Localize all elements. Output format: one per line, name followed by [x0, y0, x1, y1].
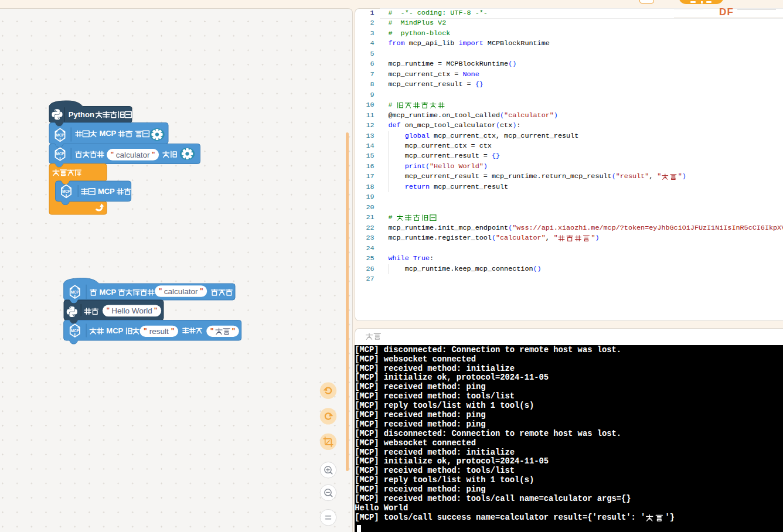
- svg-text:": ": [232, 327, 236, 335]
- svg-text:": ": [171, 327, 175, 335]
- svg-text:MCP: MCP: [71, 329, 80, 333]
- svg-text:result: result: [149, 327, 169, 336]
- svg-text:MCP: MCP: [106, 326, 123, 335]
- svg-text:": ": [210, 327, 214, 335]
- svg-text:": ": [144, 327, 147, 335]
